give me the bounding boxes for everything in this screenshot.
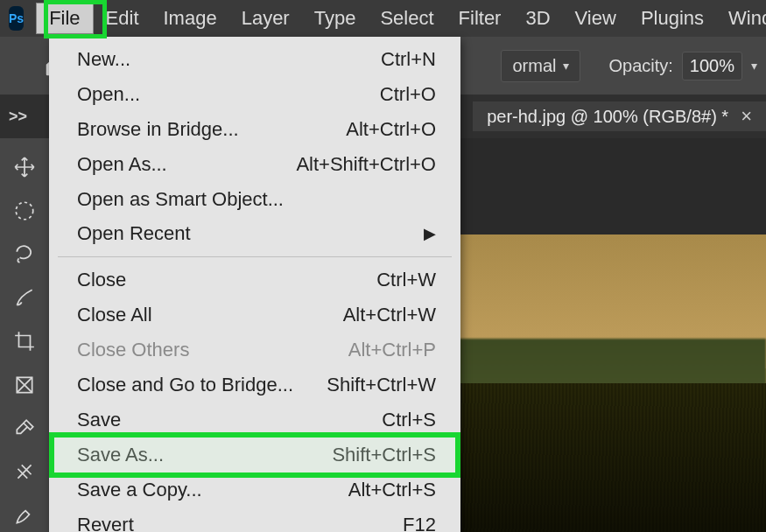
menu-item-shortcut: Ctrl+W xyxy=(376,266,436,294)
menu-edit[interactable]: Edit xyxy=(94,2,151,35)
file-menu-item-save[interactable]: SaveCtrl+S xyxy=(49,402,460,438)
menu-item-shortcut: Shift+Ctrl+S xyxy=(332,441,436,469)
tools-panel xyxy=(0,138,49,532)
menu-item-shortcut: Alt+Ctrl+S xyxy=(348,476,436,504)
menu-image[interactable]: Image xyxy=(151,2,229,35)
menu-item-shortcut: Alt+Ctrl+W xyxy=(343,301,436,329)
menu-item-label: Open As... xyxy=(77,150,167,178)
paint-brush-tool[interactable] xyxy=(6,499,43,532)
panel-expand-chevrons[interactable]: >> xyxy=(9,108,27,126)
menu-item-shortcut: Ctrl+S xyxy=(382,406,436,434)
menu-item-shortcut: Alt+Ctrl+P xyxy=(348,336,436,364)
frame-tool[interactable] xyxy=(6,368,43,402)
menu-view[interactable]: View xyxy=(563,2,629,35)
menu-3d[interactable]: 3D xyxy=(513,2,562,35)
menu-item-label: Browse in Bridge... xyxy=(77,116,239,144)
marquee-tool[interactable] xyxy=(6,194,43,228)
file-menu-item-browse-in-bridge[interactable]: Browse in Bridge...Alt+Ctrl+O xyxy=(49,112,460,147)
file-menu-item-save-as[interactable]: Save As...Shift+Ctrl+S xyxy=(49,438,460,472)
menu-bar: Ps File Edit Image Layer Type Select Fil… xyxy=(0,0,766,37)
file-menu-item-open[interactable]: Open...Ctrl+O xyxy=(49,77,460,112)
menu-type[interactable]: Type xyxy=(302,2,369,35)
file-dropdown-menu: New...Ctrl+NOpen...Ctrl+OBrowse in Bridg… xyxy=(49,37,460,532)
app-logo: Ps xyxy=(9,6,24,31)
crop-tool[interactable] xyxy=(6,325,43,358)
file-menu-item-close-and-go-to-bridge[interactable]: Close and Go to Bridge...Shift+Ctrl+W xyxy=(49,368,460,402)
menu-plugins[interactable]: Plugins xyxy=(629,2,716,35)
menu-item-shortcut: F12 xyxy=(403,511,436,532)
menu-filter[interactable]: Filter xyxy=(446,2,514,35)
menu-item-label: Open... xyxy=(77,80,140,108)
menu-item-label: Save As... xyxy=(77,441,164,469)
menu-item-label: Close All xyxy=(77,301,152,329)
menu-item-label: New... xyxy=(77,46,130,74)
svg-point-0 xyxy=(16,202,33,220)
file-menu-item-open-recent[interactable]: Open Recent▶ xyxy=(49,216,460,251)
menu-item-shortcut: Ctrl+N xyxy=(381,46,436,74)
brush-tool[interactable] xyxy=(6,281,43,314)
menu-item-label: Close xyxy=(77,266,126,294)
submenu-arrow-icon: ▶ xyxy=(424,222,436,245)
file-menu-item-revert[interactable]: RevertF12 xyxy=(49,508,460,532)
menu-select[interactable]: Select xyxy=(368,2,446,35)
file-menu-item-close-others: Close OthersAlt+Ctrl+P xyxy=(49,332,460,368)
menu-window[interactable]: Window xyxy=(716,2,766,35)
move-tool[interactable] xyxy=(6,150,43,184)
blend-mode-value: ormal xyxy=(512,56,556,76)
opacity-label: Opacity: xyxy=(608,56,672,76)
file-menu-item-new[interactable]: New...Ctrl+N xyxy=(49,42,460,77)
menu-layer[interactable]: Layer xyxy=(229,2,302,35)
menu-item-label: Save xyxy=(77,406,121,434)
menu-item-label: Open as Smart Object... xyxy=(77,186,284,214)
chevron-down-icon: ▾ xyxy=(563,59,569,73)
opacity-value[interactable]: 100% xyxy=(682,52,742,80)
file-menu-item-close[interactable]: CloseCtrl+W xyxy=(49,262,460,298)
lasso-tool[interactable] xyxy=(6,238,43,271)
menu-item-label: Revert xyxy=(77,511,134,532)
menu-item-shortcut: Shift+Ctrl+W xyxy=(327,371,436,399)
close-icon[interactable]: × xyxy=(741,105,752,128)
healing-brush-tool[interactable] xyxy=(6,455,43,488)
menu-item-label: Save a Copy... xyxy=(77,476,202,504)
menu-item-label: Close Others xyxy=(77,336,189,364)
file-menu-item-save-a-copy[interactable]: Save a Copy...Alt+Ctrl+S xyxy=(49,472,460,508)
menu-separator xyxy=(58,256,452,257)
menu-file[interactable]: File xyxy=(36,3,93,34)
menu-item-label: Open Recent xyxy=(77,220,191,248)
menu-item-shortcut: Alt+Ctrl+O xyxy=(346,116,436,144)
file-menu-item-close-all[interactable]: Close AllAlt+Ctrl+W xyxy=(49,298,460,332)
menu-item-shortcut: Alt+Shift+Ctrl+O xyxy=(296,150,436,178)
blend-mode-dropdown[interactable]: ormal ▾ xyxy=(501,50,580,82)
file-menu-item-open-as-smart-object[interactable]: Open as Smart Object... xyxy=(49,182,460,217)
menu-item-shortcut: Ctrl+O xyxy=(380,80,436,108)
document-tab-title: per-hd.jpg @ 100% (RGB/8#) * xyxy=(487,107,728,127)
document-tab[interactable]: per-hd.jpg @ 100% (RGB/8#) * × xyxy=(473,102,766,131)
chevron-down-icon[interactable]: ▾ xyxy=(751,59,757,73)
menu-item-label: Close and Go to Bridge... xyxy=(77,371,293,399)
eyedropper-tool[interactable] xyxy=(6,412,43,445)
file-menu-item-open-as[interactable]: Open As...Alt+Shift+Ctrl+O xyxy=(49,147,460,182)
